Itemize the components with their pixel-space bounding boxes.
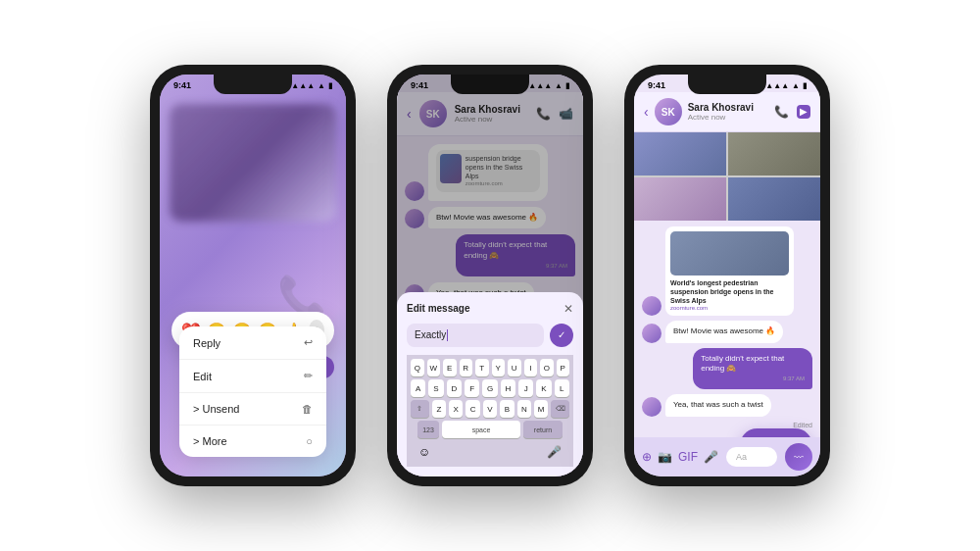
blurred-image — [170, 104, 336, 222]
keyboard-row-4: 123 space return — [411, 421, 569, 438]
key-n[interactable]: N — [517, 400, 531, 418]
phone-3-time: 9:41 — [648, 80, 665, 90]
media-cell-3 — [634, 177, 726, 221]
menu-reply[interactable]: Reply ↩ — [179, 326, 326, 360]
phone-3-messages: World's longest pedestrian suspension br… — [634, 221, 820, 437]
key-x[interactable]: X — [449, 400, 463, 418]
phone-2-screen: 9:41 ▲▲▲ ▲ ▮ ‹ SK Sara Khosravi Act — [397, 75, 583, 476]
key-u[interactable]: U — [508, 359, 521, 376]
edit-close-button[interactable]: ✕ — [564, 302, 573, 316]
phone-1-screen: 9:41 ▲▲▲ ▲ ▮ 📞 ❤️ 😮 😔 😠 — [160, 75, 346, 476]
key-t[interactable]: T — [475, 359, 489, 376]
wifi-icon-2: ▲ — [555, 81, 563, 90]
link-block-title: World's longest pedestrian suspension br… — [670, 278, 789, 305]
key-f[interactable]: F — [465, 379, 479, 397]
wifi-icon: ▲ — [318, 81, 325, 90]
plus-icon-footer[interactable]: ⊕ — [642, 450, 652, 464]
microphone-icon[interactable]: 🎤 — [547, 445, 562, 459]
link-block-domain: zoomture.com — [670, 305, 789, 311]
key-l[interactable]: L — [555, 379, 569, 397]
phone-2-status-bar: 9:41 ▲▲▲ ▲ ▮ — [397, 75, 583, 92]
key-e[interactable]: E — [443, 359, 457, 376]
wifi-icon-3: ▲ — [792, 81, 800, 90]
menu-more-label: > More — [193, 435, 227, 447]
edit-icon: ✏ — [304, 370, 313, 382]
edit-header: Edit message ✕ — [407, 302, 573, 316]
key-shift[interactable]: ⇧ — [411, 400, 429, 418]
key-a[interactable]: A — [411, 379, 425, 397]
key-w[interactable]: W — [427, 359, 441, 376]
edit-confirm-button[interactable]: ✓ — [550, 324, 573, 347]
key-space[interactable]: space — [442, 421, 520, 438]
key-k[interactable]: K — [536, 379, 551, 397]
key-d[interactable]: D — [447, 379, 462, 397]
key-m[interactable]: M — [534, 400, 548, 418]
chat-header-3: ‹ SK Sara Khosravi Active now 📞 ▶ — [634, 92, 820, 132]
key-p[interactable]: P — [557, 359, 570, 376]
battery-icon-2: ▮ — [565, 81, 569, 90]
key-g[interactable]: G — [482, 379, 497, 397]
edit-title: Edit message — [407, 303, 469, 314]
signal-icon: ▲▲▲ — [291, 81, 315, 90]
key-s[interactable]: S — [428, 379, 443, 397]
back-button-3[interactable]: ‹ — [644, 104, 649, 120]
key-return[interactable]: return — [523, 421, 563, 438]
key-b[interactable]: B — [500, 400, 514, 418]
message-twist3: Yea, that was such a twist — [665, 394, 771, 416]
edit-input-value: Exactly — [415, 329, 446, 340]
phone-call-icon-3[interactable]: 📞 — [774, 105, 789, 119]
phone-2-time: 9:41 — [411, 80, 428, 90]
scene: 9:41 ▲▲▲ ▲ ▮ 📞 ❤️ 😮 😔 😠 — [130, 45, 850, 506]
msg-row-btw: Btw! Movie was awesome 🔥 — [642, 321, 812, 342]
emoji-keyboard-icon[interactable]: ☺ — [418, 445, 430, 459]
edit-text-input[interactable]: Exactly — [407, 324, 544, 347]
key-backspace[interactable]: ⌫ — [551, 400, 569, 418]
menu-edit-label: Edit — [193, 371, 212, 382]
camera-icon[interactable]: 📷 — [658, 450, 672, 464]
key-123[interactable]: 123 — [417, 421, 439, 438]
key-y[interactable]: Y — [492, 359, 506, 376]
key-c[interactable]: C — [466, 400, 479, 418]
media-cell-4 — [728, 177, 820, 221]
key-v[interactable]: V — [483, 400, 497, 418]
key-i[interactable]: I — [524, 359, 538, 376]
key-z[interactable]: Z — [432, 400, 446, 418]
menu-unsend[interactable]: > Unsend 🗑 — [179, 393, 326, 426]
keyboard-row-2: A S D F G H J K L — [411, 379, 569, 397]
edited-message-container: Edited Exactly — [642, 422, 812, 437]
phone-3: 9:41 ▲▲▲ ▲ ▮ ‹ SK Sara Khosravi Act — [624, 65, 830, 486]
edit-panel: Edit message ✕ Exactly ✓ — [397, 292, 583, 476]
message-input[interactable]: Aa — [726, 447, 777, 467]
key-r[interactable]: R — [460, 359, 473, 376]
keyboard-row-3: ⇧ Z X C V B N M ⌫ — [411, 400, 569, 418]
message-placeholder: Aa — [736, 452, 747, 462]
gif-icon[interactable]: GIF — [678, 450, 698, 464]
microphone-icon-footer[interactable]: 🎤 — [704, 450, 718, 464]
key-q[interactable]: Q — [411, 359, 424, 376]
key-o[interactable]: O — [540, 359, 554, 376]
link-block-row: World's longest pedestrian suspension br… — [642, 226, 812, 316]
msg-row-twist3: Yea, that was such a twist — [642, 394, 812, 416]
key-h[interactable]: H — [501, 379, 515, 397]
phone-1: 9:41 ▲▲▲ ▲ ▮ 📞 ❤️ 😮 😔 😠 — [150, 65, 356, 486]
keyboard: Q W E R T Y U I O P — [407, 355, 573, 467]
battery-icon-3: ▮ — [803, 81, 807, 90]
edited-label: Edited — [793, 422, 812, 428]
phone-3-screen: 9:41 ▲▲▲ ▲ ▮ ‹ SK Sara Khosravi Act — [634, 75, 820, 476]
phone-3-footer: ⊕ 📷 GIF 🎤 Aa 〰 — [634, 437, 820, 476]
menu-edit[interactable]: Edit ✏ — [179, 360, 326, 393]
footer-icons: ⊕ 📷 GIF 🎤 — [642, 450, 718, 464]
contact-status-3: Active now — [688, 113, 768, 122]
phone-1-status-icons: ▲▲▲ ▲ ▮ — [291, 81, 332, 90]
signal-icon-2: ▲▲▲ — [528, 81, 552, 90]
keyboard-row-1: Q W E R T Y U I O P — [411, 359, 569, 376]
text-cursor — [447, 329, 448, 341]
menu-more[interactable]: > More ○ — [179, 426, 326, 457]
contact-avatar-3: SK — [655, 98, 682, 125]
key-j[interactable]: J — [518, 379, 533, 397]
header-actions-3: 📞 ▶ — [774, 105, 810, 119]
checkmark-icon: ✓ — [558, 329, 565, 340]
video-call-icon-3[interactable]: ▶ — [797, 105, 810, 119]
msg-row-ending3: Totally didn't expect that ending 🙈 9:37… — [642, 348, 812, 390]
record-button[interactable]: 〰 — [785, 443, 812, 471]
